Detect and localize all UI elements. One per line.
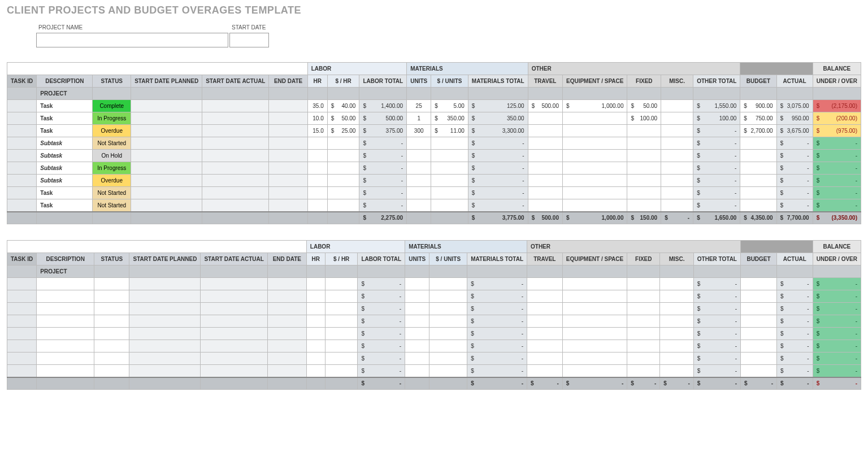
table-row[interactable]: Task Complete 35.0 $40.00 $1,400.00 25 $…: [7, 100, 861, 112]
start-date-label: START DATE: [229, 23, 269, 32]
status-cell[interactable]: In Progress: [93, 112, 131, 125]
table-row[interactable]: Subtask Overdue $- $- $- $- $-: [7, 175, 861, 187]
status-cell[interactable]: Overdue: [93, 125, 131, 137]
table-row[interactable]: $- $- $- $- $-: [7, 328, 861, 340]
status-cell[interactable]: In Progress: [93, 162, 131, 175]
table-row[interactable]: $- $- $- $- $-: [7, 340, 861, 352]
section-row: LABOR MATERIALS OTHER BALANCE: [7, 241, 861, 253]
table-row[interactable]: Subtask On Hold $- $- $- $- $-: [7, 150, 861, 162]
status-cell[interactable]: On Hold: [93, 150, 131, 162]
totals-row: $- $- $- $- $- $- $- $- $- $-: [7, 377, 861, 390]
table-row[interactable]: Subtask Not Started $- $- $- $- $-: [7, 137, 861, 150]
table-row[interactable]: $- $- $- $- $-: [7, 365, 861, 377]
section-row: LABOR MATERIALS OTHER BALANCE: [7, 63, 861, 75]
status-cell[interactable]: Overdue: [93, 175, 131, 187]
header-fields: PROJECT NAME START DATE: [35, 22, 270, 49]
status-cell[interactable]: Complete: [93, 100, 131, 112]
table-row[interactable]: Task Overdue 15.0 $25.00 $375.00 300 $11…: [7, 125, 861, 137]
project-row[interactable]: PROJECT: [7, 88, 861, 100]
column-header-row: TASK ID DESCRIPTION STATUS START DATE PL…: [7, 253, 861, 266]
start-date-input[interactable]: [229, 33, 269, 47]
table-row[interactable]: $- $- $- $- $-: [7, 352, 861, 365]
table-row[interactable]: $- $- $- $- $-: [7, 303, 861, 315]
page-title: CLIENT PROJECTS AND BUDGET OVERAGES TEMP…: [7, 5, 861, 16]
status-cell[interactable]: Not Started: [93, 137, 131, 150]
table-row[interactable]: Task Not Started $- $- $- $- $-: [7, 187, 861, 199]
table-row[interactable]: $- $- $- $- $-: [7, 290, 861, 303]
project-name-input[interactable]: [36, 33, 228, 47]
totals-row: $2,275.00 $3,775.00 $500.00 $1,000.00 $1…: [7, 212, 861, 224]
status-cell[interactable]: Not Started: [93, 199, 131, 212]
budget-table: LABOR MATERIALS OTHER BALANCE TASK ID DE…: [7, 240, 861, 390]
column-header-row: TASK ID DESCRIPTION STATUS START DATE PL…: [7, 75, 861, 88]
project-name-label: PROJECT NAME: [36, 23, 228, 32]
table-row[interactable]: $- $- $- $- $-: [7, 315, 861, 328]
project-row[interactable]: PROJECT: [7, 266, 861, 278]
table-row[interactable]: Task Not Started $- $- $- $- $-: [7, 199, 861, 212]
status-cell[interactable]: Not Started: [93, 187, 131, 199]
table-row[interactable]: Subtask In Progress $- $- $- $- $-: [7, 162, 861, 175]
budget-table: LABOR MATERIALS OTHER BALANCE TASK ID DE…: [7, 62, 861, 224]
table-row[interactable]: $- $- $- $- $-: [7, 278, 861, 290]
table-row[interactable]: Task In Progress 10.0 $50.00 $500.00 1 $…: [7, 112, 861, 125]
